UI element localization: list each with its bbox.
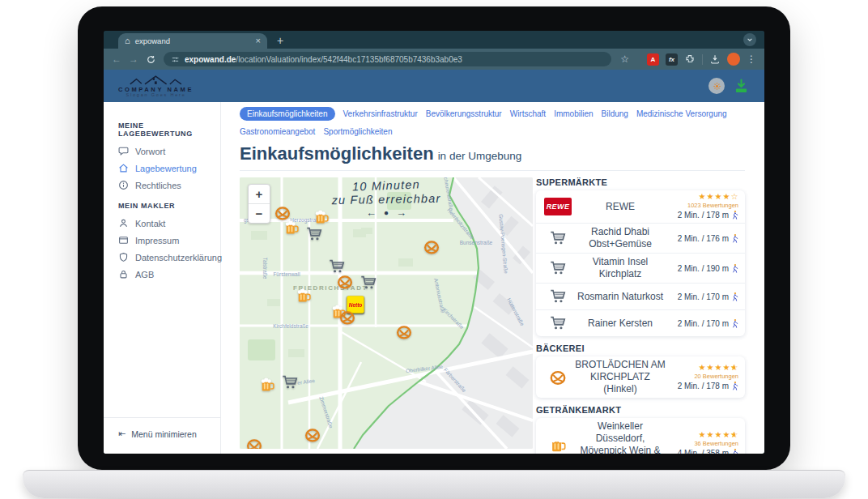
map-marker-cart[interactable] <box>360 274 377 292</box>
map-marker-cart[interactable] <box>305 225 323 243</box>
company-logo: COMPANY NAME Slogan Goes Here <box>118 75 194 98</box>
lock-icon <box>118 269 129 279</box>
back-button[interactable]: ← <box>112 54 121 64</box>
walking-distance: 4 Min. / 358 m <box>678 448 738 454</box>
collapse-arrow-icon: ⇤ <box>118 429 126 439</box>
poi-card: REWEREWE★★★★☆1023 Bewertungen2 Min. / 17… <box>536 190 745 336</box>
poi-card: BROTLÄDCHEN AM KIRCHPLATZ (Hinkel)★★★★★☆… <box>536 356 745 398</box>
page-title: Einkaufsmöglichkeitenin der Umgebung <box>240 143 745 171</box>
tab-sportmöglichkeiten[interactable]: Sportmöglichkeiten <box>323 125 392 139</box>
map-marker-beer[interactable] <box>296 288 312 304</box>
sidebar: MEINE LAGEBEWERTUNGVorwortLagebewertungR… <box>104 102 221 454</box>
rating-stars: ★★★★★☆ <box>698 364 738 372</box>
new-tab-button[interactable]: + <box>277 35 283 49</box>
menu-kebab-icon[interactable]: ⋮ <box>747 54 756 64</box>
walking-distance: 2 Min. / 170 m <box>678 318 738 329</box>
poi-name: Weinkeller Düsseldorf, Mövenpick Wein & … <box>573 420 667 454</box>
map-marker-pretzel[interactable] <box>339 309 356 326</box>
map-zoom-control: + − <box>248 184 270 224</box>
shield-icon <box>118 252 129 262</box>
tab-verkehrsinfrastruktur[interactable]: Verkehrsinfrastruktur <box>343 107 418 121</box>
cart-icon <box>549 229 567 247</box>
download-report-button[interactable] <box>733 78 750 95</box>
downloads-icon[interactable] <box>709 53 721 65</box>
laptop-base <box>23 470 845 498</box>
tab-search-button[interactable] <box>743 33 756 46</box>
map-marker-pretzel[interactable] <box>396 324 413 341</box>
sun-spinner-icon <box>712 81 722 92</box>
cart-icon <box>549 288 567 305</box>
zoom-out-button[interactable]: − <box>249 203 270 223</box>
poi-name: Rosmarin Naturkost <box>573 291 667 303</box>
map-marker-cart[interactable] <box>281 373 299 391</box>
panel-section-title: BÄCKEREI <box>536 343 745 353</box>
panel-section-title: GETRÄNKEMARKT <box>536 405 745 415</box>
tab-wirtschaft[interactable]: Wirtschaft <box>510 107 546 121</box>
adobe-extension-icon[interactable]: A <box>647 53 659 66</box>
tab-medizinische-versorgung[interactable]: Medizinische Versorgung <box>636 107 727 121</box>
sidebar-item-kontakt[interactable]: Kontakt <box>104 215 220 232</box>
map-canvas[interactable]: gstraßeHerzogstraßeTalstraßeFürstenwallF… <box>240 177 533 449</box>
window-icon <box>118 235 129 245</box>
map-marker-beer[interactable] <box>283 220 300 236</box>
tab-gastronomieangebot[interactable]: Gastronomieangebot <box>240 125 315 139</box>
map-marker-beer[interactable] <box>313 209 330 225</box>
walking-person-icon <box>731 292 738 302</box>
pretzel-icon <box>549 369 567 386</box>
reviews-count: 36 Bewertungen <box>694 440 738 447</box>
map-marker-beer[interactable] <box>259 377 275 393</box>
walking-person-icon <box>731 263 738 274</box>
profile-avatar[interactable] <box>727 53 740 66</box>
person-icon <box>118 218 129 228</box>
poi-row-brotlädchen-am-kirchplatz[interactable]: BROTLÄDCHEN AM KIRCHPLATZ (Hinkel)★★★★★☆… <box>536 356 745 398</box>
tab-bevölkerungsstruktur[interactable]: Bevölkerungsstruktur <box>426 107 502 121</box>
map-marker-pretzel[interactable] <box>423 239 440 256</box>
poi-name: Vitamin Insel Kirchplatz <box>573 256 667 280</box>
company-slogan: Slogan Goes Here <box>126 93 185 98</box>
cart-icon <box>549 314 567 332</box>
browser-window: ⌂ expowand × + ← → expowand.de/locationV… <box>104 31 764 454</box>
map-marker-pretzel[interactable] <box>304 427 321 444</box>
poi-row-rainer-kersten[interactable]: Rainer Kersten2 Min. / 170 m <box>536 309 745 336</box>
bookmark-star-icon[interactable]: ☆ <box>620 54 629 64</box>
walking-distance: 2 Min. / 190 m <box>678 263 738 274</box>
rewe-logo: REWE <box>544 198 572 215</box>
map-marker-pretzel[interactable] <box>337 274 354 291</box>
main-content: EinkaufsmöglichkeitenVerkehrsinfrastrukt… <box>221 102 764 454</box>
sidebar-item-impressum[interactable]: Impressum <box>104 232 220 249</box>
extensions-puzzle-icon[interactable] <box>684 53 696 65</box>
tab-title: expowand <box>135 36 251 45</box>
map-marker-pretzel[interactable] <box>246 437 263 450</box>
poi-row-rachid-dhabi-obst-gemüse[interactable]: Rachid Dhabi Obst+Gemüse2 Min. / 176 m <box>536 223 745 253</box>
poi-row-vitamin-insel-kirchplatz[interactable]: Vitamin Insel Kirchplatz2 Min. / 190 m <box>536 253 745 283</box>
poi-row-rewe[interactable]: REWEREWE★★★★☆1023 Bewertungen2 Min. / 17… <box>536 190 745 223</box>
reload-button[interactable] <box>146 54 156 65</box>
sidebar-item-datenschutzerklärung[interactable]: Datenschutzerklärung <box>104 249 220 266</box>
poi-name: Rainer Kersten <box>573 318 667 330</box>
sidebar-item-vorwort[interactable]: Vorwort <box>104 143 220 160</box>
address-bar[interactable]: expowand.de/locationValuation/index/542f… <box>164 52 611 66</box>
collapse-menu-button[interactable]: ⇤ Menü minimieren <box>104 417 220 454</box>
user-avatar-loading[interactable] <box>708 78 725 94</box>
rating-stars: ★★★★★☆ <box>698 431 738 439</box>
tab-einkaufsmöglichkeiten[interactable]: Einkaufsmöglichkeiten <box>240 107 335 121</box>
tab-bildung[interactable]: Bildung <box>602 107 628 121</box>
panel-section-title: SUPERMÄRKTE <box>536 177 745 187</box>
walking-person-icon <box>731 381 738 391</box>
tab-close-icon[interactable]: × <box>256 36 261 45</box>
poi-row-rosmarin-naturkost[interactable]: Rosmarin Naturkost2 Min. / 170 m <box>536 283 745 309</box>
fx-extension-icon[interactable]: fx <box>666 53 678 66</box>
zoom-in-button[interactable]: + <box>249 185 270 203</box>
sidebar-item-agb[interactable]: AGB <box>104 266 220 283</box>
poi-row-weinkeller-düsseldorf[interactable]: Weinkeller Düsseldorf, Mövenpick Wein & … <box>536 418 745 454</box>
tab-immobilien[interactable]: Immobilien <box>554 107 593 121</box>
site-favicon-icon: ⌂ <box>125 36 130 45</box>
laptop-mockup: ⌂ expowand × + ← → expowand.de/locationV… <box>0 0 868 499</box>
rooftops-logo-icon <box>126 75 187 86</box>
sidebar-item-rechtliches[interactable]: Rechtliches <box>104 177 220 194</box>
browser-tab[interactable]: ⌂ expowand × <box>118 33 267 49</box>
poi-card: Weinkeller Düsseldorf, Mövenpick Wein & … <box>536 418 745 454</box>
sidebar-item-lagebewertung[interactable]: Lagebewertung <box>104 160 220 177</box>
walking-distance: 2 Min. / 176 m <box>678 233 738 244</box>
forward-button[interactable]: → <box>129 54 138 64</box>
